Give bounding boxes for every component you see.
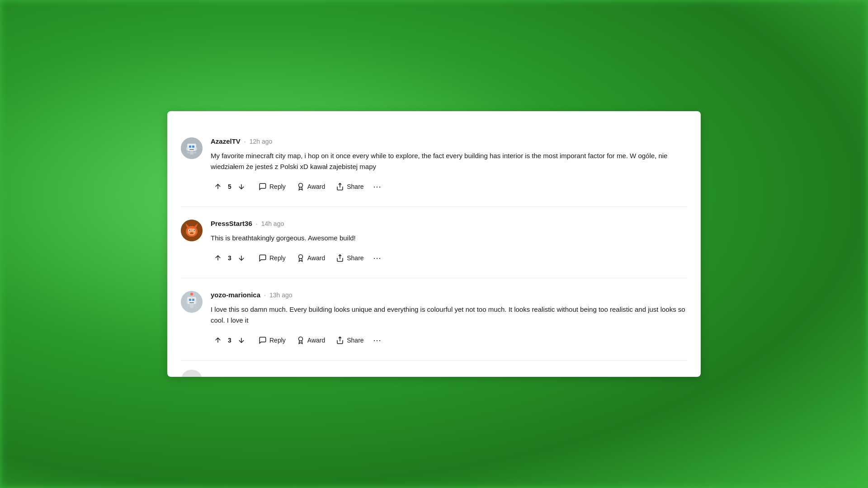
upvote-button[interactable] — [211, 333, 225, 347]
svg-rect-27 — [190, 304, 193, 308]
comment-body: PressStart36 · 14h ago This is breathtak… — [211, 220, 687, 265]
svg-rect-7 — [194, 152, 196, 153]
svg-rect-6 — [187, 152, 189, 153]
reply-button[interactable]: Reply — [254, 333, 290, 347]
avatar — [181, 137, 203, 159]
award-button[interactable]: Award — [292, 180, 330, 193]
reply-icon — [259, 183, 267, 191]
comment-actions: 5 Reply — [211, 179, 687, 194]
avatar — [181, 370, 203, 377]
award-icon — [297, 183, 305, 191]
svg-rect-9 — [196, 147, 197, 150]
share-icon — [336, 336, 344, 344]
svg-rect-30 — [186, 300, 188, 303]
comment-body: yozo-marionica · 13h ago I love this so … — [211, 291, 687, 347]
svg-point-10 — [298, 183, 302, 188]
award-icon — [297, 254, 305, 262]
share-button[interactable]: Share — [331, 180, 368, 193]
upvote-icon — [214, 254, 222, 262]
avatar — [181, 220, 203, 241]
vote-group: 3 — [211, 333, 249, 347]
downvote-icon — [237, 336, 245, 344]
svg-rect-24 — [189, 299, 191, 301]
comment-username: PressStart36 — [211, 220, 252, 227]
comment-timestamp: 12h ago — [250, 138, 273, 145]
svg-rect-8 — [186, 147, 188, 150]
vote-count: 3 — [227, 337, 232, 344]
comment-item: AzazelTV · 12h ago My favorite minecraft… — [181, 125, 687, 207]
reply-button[interactable]: Reply — [254, 180, 290, 193]
svg-point-19 — [193, 230, 194, 230]
share-button[interactable]: Share — [331, 333, 368, 347]
reply-icon — [259, 254, 267, 262]
comment-actions: 3 Reply — [211, 251, 687, 265]
partial-comment — [181, 361, 687, 377]
svg-point-21 — [298, 255, 302, 259]
comment-header: PressStart36 · 14h ago — [211, 220, 687, 227]
share-button[interactable]: Share — [331, 251, 368, 265]
share-icon — [336, 183, 344, 191]
svg-rect-5 — [190, 151, 193, 155]
comment-header: yozo-marionica · 13h ago — [211, 291, 687, 299]
award-button[interactable]: Award — [292, 333, 330, 347]
upvote-icon — [214, 183, 222, 191]
upvote-button[interactable] — [211, 251, 225, 265]
more-options-button[interactable]: ··· — [370, 333, 385, 347]
comment-timestamp: 13h ago — [269, 291, 292, 299]
upvote-button[interactable] — [211, 179, 225, 194]
vote-count: 3 — [227, 254, 232, 262]
comments-card: AzazelTV · 12h ago My favorite minecraft… — [167, 111, 701, 377]
award-icon — [297, 336, 305, 344]
svg-rect-28 — [187, 305, 189, 306]
svg-point-18 — [189, 230, 190, 230]
comment-timestamp: 14h ago — [261, 220, 284, 227]
comment-text: I love this so damn much. Every building… — [211, 304, 687, 326]
more-options-button[interactable]: ··· — [370, 251, 385, 265]
comment-text: My favorite minecraft city map, i hop on… — [211, 150, 687, 172]
downvote-icon — [237, 254, 245, 262]
comment-item: yozo-marionica · 13h ago I love this so … — [181, 278, 687, 361]
reply-icon — [259, 336, 267, 344]
avatar-image — [181, 137, 203, 159]
comment-text: This is breathtakingly gorgeous. Awesome… — [211, 233, 687, 244]
svg-rect-26 — [189, 302, 194, 303]
vote-count: 5 — [227, 183, 232, 190]
award-button[interactable]: Award — [292, 251, 330, 265]
downvote-icon — [237, 183, 245, 191]
avatar-image — [181, 291, 203, 313]
upvote-icon — [214, 336, 222, 344]
more-options-button[interactable]: ··· — [370, 179, 385, 194]
share-icon — [336, 254, 344, 262]
svg-rect-31 — [196, 300, 197, 303]
downvote-button[interactable] — [234, 333, 249, 347]
svg-rect-3 — [192, 145, 194, 148]
comment-username: AzazelTV — [211, 137, 241, 145]
comment-actions: 3 Reply — [211, 333, 687, 347]
comment-username: yozo-marionica — [211, 291, 260, 299]
avatar-image — [181, 220, 203, 241]
reply-button[interactable]: Reply — [254, 251, 290, 265]
svg-point-33 — [190, 293, 193, 296]
comment-header: AzazelTV · 12h ago — [211, 137, 687, 145]
svg-rect-25 — [192, 299, 194, 301]
comment-item: PressStart36 · 14h ago This is breathtak… — [181, 207, 687, 278]
downvote-button[interactable] — [234, 251, 249, 265]
avatar — [181, 291, 203, 313]
downvote-button[interactable] — [234, 179, 249, 194]
vote-group: 5 — [211, 179, 249, 194]
svg-point-34 — [298, 337, 302, 341]
comment-body: AzazelTV · 12h ago My favorite minecraft… — [211, 137, 687, 194]
svg-rect-4 — [189, 149, 194, 150]
svg-rect-2 — [189, 145, 191, 148]
vote-group: 3 — [211, 251, 249, 265]
svg-rect-29 — [194, 305, 196, 306]
